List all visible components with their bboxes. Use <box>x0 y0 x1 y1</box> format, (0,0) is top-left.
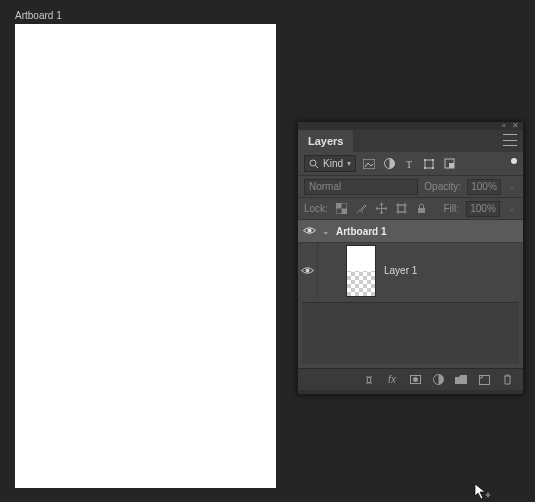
layer-row[interactable]: Layer 1 <box>298 242 523 298</box>
svg-rect-26 <box>479 375 489 384</box>
svg-rect-11 <box>449 163 454 168</box>
chevron-down-icon[interactable]: ⌄ <box>507 183 517 191</box>
svg-rect-8 <box>424 167 426 169</box>
svg-text:T: T <box>406 159 412 169</box>
visibility-toggle[interactable] <box>301 265 315 277</box>
filter-kind-label: Kind <box>323 158 343 169</box>
artboard-label: Artboard 1 <box>15 10 62 21</box>
svg-point-21 <box>307 229 311 233</box>
lock-row: Lock: Fill: 100% ⌄ <box>298 198 523 220</box>
layer-thumbnail[interactable] <box>346 245 376 297</box>
layer-row-artboard[interactable]: ⌄ Artboard 1 <box>298 220 523 242</box>
svg-point-22 <box>306 268 310 272</box>
layer-list: ⌄ Artboard 1 Layer 1 <box>298 220 523 364</box>
chevron-down-icon: ▾ <box>347 159 351 168</box>
layer-name[interactable]: Artboard 1 <box>336 226 387 237</box>
lock-label: Lock: <box>304 203 328 214</box>
new-layer-icon[interactable] <box>478 373 490 387</box>
delete-icon[interactable] <box>501 373 513 387</box>
panel-footer: fx <box>298 368 523 390</box>
svg-line-1 <box>315 165 318 168</box>
svg-rect-5 <box>425 160 433 168</box>
lock-position-icon[interactable] <box>375 202 388 215</box>
empty-layer-area[interactable] <box>302 302 519 364</box>
lock-transparency-icon[interactable] <box>335 202 348 215</box>
svg-rect-13 <box>336 203 342 209</box>
svg-rect-9 <box>432 167 434 169</box>
svg-rect-14 <box>341 209 347 215</box>
collapse-icon[interactable]: « <box>502 122 506 130</box>
panel-resize-handle[interactable] <box>298 390 523 394</box>
search-icon <box>309 159 319 169</box>
blend-row: Normal Opacity: 100% ⌄ <box>298 176 523 198</box>
filter-shape-icon[interactable] <box>422 157 436 171</box>
filter-adjustment-icon[interactable] <box>382 157 396 171</box>
group-icon[interactable] <box>455 373 467 387</box>
filter-row: Kind ▾ T <box>298 152 523 176</box>
panel-topbar: « ✕ <box>298 122 523 130</box>
visibility-toggle[interactable] <box>302 225 316 237</box>
chevron-down-icon[interactable]: ⌄ <box>507 205 517 213</box>
filter-type-icon[interactable]: T <box>402 157 416 171</box>
filter-toggle-icon[interactable] <box>511 158 517 164</box>
blend-mode-dropdown[interactable]: Normal <box>304 179 418 195</box>
close-icon[interactable]: ✕ <box>512 122 519 130</box>
opacity-input[interactable]: 100% <box>467 179 501 195</box>
svg-rect-15 <box>398 205 405 212</box>
layer-fx-icon[interactable]: fx <box>386 373 398 387</box>
artboard-canvas[interactable] <box>15 24 276 488</box>
layer-name[interactable]: Layer 1 <box>384 265 417 276</box>
cursor-icon <box>474 483 492 501</box>
filter-pixel-icon[interactable] <box>362 157 376 171</box>
svg-point-24 <box>413 377 418 382</box>
link-layers-icon[interactable] <box>363 373 375 387</box>
panel-menu-icon[interactable] <box>503 134 517 146</box>
blend-mode-value: Normal <box>309 181 341 192</box>
fill-input[interactable]: 100% <box>466 201 500 217</box>
svg-rect-20 <box>418 208 425 213</box>
adjustment-layer-icon[interactable] <box>432 373 444 387</box>
svg-point-0 <box>310 160 316 166</box>
filter-kind-dropdown[interactable]: Kind ▾ <box>304 155 356 172</box>
fill-label: Fill: <box>443 203 459 214</box>
tab-layers[interactable]: Layers <box>298 130 353 152</box>
panel-tabrow: Layers <box>298 130 523 152</box>
layer-mask-icon[interactable] <box>409 373 421 387</box>
svg-rect-6 <box>424 159 426 161</box>
lock-all-icon[interactable] <box>415 202 428 215</box>
lock-artboard-icon[interactable] <box>395 202 408 215</box>
layers-panel: « ✕ Layers Kind ▾ T Normal Opacity: 100%… <box>297 121 524 395</box>
lock-pixels-icon[interactable] <box>355 202 368 215</box>
opacity-label: Opacity: <box>424 181 461 192</box>
filter-smartobject-icon[interactable] <box>442 157 456 171</box>
svg-rect-7 <box>432 159 434 161</box>
disclosure-toggle[interactable]: ⌄ <box>322 226 330 236</box>
